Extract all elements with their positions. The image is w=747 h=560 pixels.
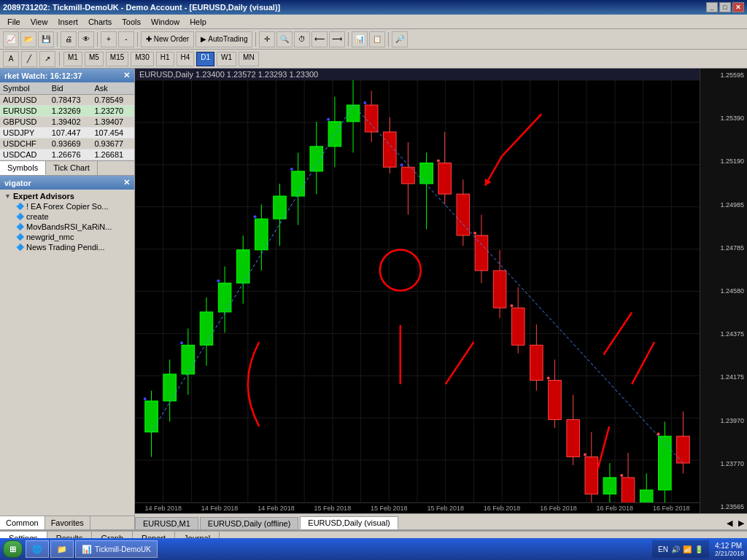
search-button[interactable]: 🔎 xyxy=(392,31,408,47)
save-button[interactable]: 💾 xyxy=(38,31,54,47)
mw-ask: 0.78549 xyxy=(91,95,134,106)
market-watch-row[interactable]: USDJPY 107.447 107.454 xyxy=(0,128,134,139)
tree-ea-label-3: MovBandsRSI_KaRiN... xyxy=(26,222,112,231)
title-bar: 20897312​02: Tickmill-DemoUK - Demo Acco… xyxy=(0,0,747,15)
zoom-button[interactable]: 🔍 xyxy=(276,31,293,47)
chart-tab-daily-offline[interactable]: EURUSD,Daily (offline) xyxy=(200,517,299,529)
arrow-tool[interactable]: ↗ xyxy=(39,51,55,67)
menu-view[interactable]: View xyxy=(26,16,53,28)
menu-bar: File View Insert Charts Tools Window Hel… xyxy=(0,15,747,29)
navigator-close[interactable]: ✕ xyxy=(123,178,130,187)
sep5 xyxy=(348,32,349,47)
sep4 xyxy=(255,32,256,47)
chart-with-scale: EURUSD,Daily 1.23400 1.23572 1.23293 1.2… xyxy=(135,69,747,513)
market-watch-row[interactable]: USDCHF 0.93669 0.93677 xyxy=(0,139,134,149)
chart-scroll-button[interactable]: ⟵ xyxy=(311,31,328,47)
price-5: 1.24785 xyxy=(702,244,746,252)
templates-button[interactable]: 📋 xyxy=(369,31,385,47)
crosshair-button[interactable]: ✛ xyxy=(259,31,275,47)
menu-insert[interactable]: Insert xyxy=(53,16,82,28)
zoom-in-button[interactable]: + xyxy=(101,31,117,47)
chart-shift-button[interactable]: ⟶ xyxy=(329,31,345,47)
tab-tick-chart[interactable]: Tick Chart xyxy=(46,161,98,175)
menu-charts[interactable]: Charts xyxy=(84,16,116,28)
mw-ask: 1.26681 xyxy=(91,149,134,160)
minimize-button[interactable]: _ xyxy=(706,2,718,12)
tf-w1[interactable]: W1 xyxy=(217,52,236,66)
print-button[interactable]: 🖨 xyxy=(61,31,77,47)
tree-ea-5[interactable]: 🔷 News Trading Pendi... xyxy=(1,242,133,252)
market-watch-row[interactable]: GBPUSD 1.39402 1.39407 xyxy=(0,117,134,128)
taskbar-ie-button[interactable]: 🌐 xyxy=(26,540,49,558)
tree-ea-4[interactable]: 🔷 newgrid_nmc xyxy=(1,232,133,242)
open-button[interactable]: 📂 xyxy=(20,31,36,47)
taskbar-mt4-button[interactable]: 📊 Tickmill-DemoUK xyxy=(75,540,158,558)
new-order-button[interactable]: ✚ New Order xyxy=(141,31,194,47)
ea-icon-1: 🔷 xyxy=(16,203,24,210)
tree-ea-3[interactable]: 🔷 MovBandsRSI_KaRiN... xyxy=(1,222,133,232)
menu-file[interactable]: File xyxy=(3,16,25,28)
sep7 xyxy=(59,52,60,66)
tf-m15[interactable]: M15 xyxy=(106,52,128,66)
price-11: 1.23565 xyxy=(702,503,746,510)
indicators-button[interactable]: 📊 xyxy=(352,31,368,47)
start-menu-button[interactable]: ⊞ xyxy=(3,540,23,558)
tab-symbols[interactable]: Symbols xyxy=(0,161,46,175)
period-button[interactable]: ⏱ xyxy=(294,31,310,47)
taskbar-right: EN 🔊 📶 🔋 4:12 PM 2/21/2018 xyxy=(652,540,744,558)
mw-bid: 0.93669 xyxy=(49,139,92,149)
tree-ea-1[interactable]: 🔷 ! EA Forex Copier So... xyxy=(1,201,133,211)
col-symbol: Symbol xyxy=(0,82,49,95)
tf-m1[interactable]: M1 xyxy=(63,52,82,66)
right-panel-wrapper: EURUSD,Daily 1.23400 1.23572 1.23293 1.2… xyxy=(135,69,747,529)
folder-icon: ▼ xyxy=(4,192,11,200)
tab-common[interactable]: Common xyxy=(0,516,45,529)
cursor-tool[interactable]: A xyxy=(3,51,19,67)
col-bid: Bid xyxy=(49,82,92,95)
market-watch-row[interactable]: EURUSD 1.23269 1.23270 xyxy=(0,106,134,117)
tf-d1[interactable]: D1 xyxy=(196,52,214,66)
tab-favorites[interactable]: Favorites xyxy=(45,516,90,529)
volume-icon: 🔊 xyxy=(671,545,680,553)
menu-help[interactable]: Help xyxy=(185,16,211,28)
menu-window[interactable]: Window xyxy=(147,16,184,28)
chart-tab-nav-right[interactable]: ▶ xyxy=(735,517,747,529)
toolbar-drawing: A ╱ ↗ M1 M5 M15 M30 H1 H4 D1 W1 MN xyxy=(0,50,747,69)
mw-symbol: USDCHF xyxy=(0,139,49,149)
new-chart-button[interactable]: 📈 xyxy=(3,31,19,47)
mw-symbol: AUDUSD xyxy=(0,95,49,106)
title-bar-controls[interactable]: _ □ ✕ xyxy=(706,2,744,12)
left-panel: rket Watch: 16:12:37 ✕ Symbol Bid Ask AU… xyxy=(0,69,135,529)
tf-h4[interactable]: H4 xyxy=(177,52,195,66)
market-watch-row[interactable]: AUDUSD 0.78473 0.78549 xyxy=(0,95,134,106)
zoom-out-button[interactable]: - xyxy=(118,31,134,47)
chart-area[interactable]: EURUSD,Daily 1.23400 1.23572 1.23293 1.2… xyxy=(135,69,700,513)
tf-mn[interactable]: MN xyxy=(239,52,259,66)
close-button[interactable]: ✕ xyxy=(732,2,744,12)
maximize-button[interactable]: □ xyxy=(719,2,731,12)
chart-canvas-area[interactable] xyxy=(135,80,700,502)
chart-tab-nav-left[interactable]: ◀ xyxy=(724,517,735,529)
price-2: 1.25390 xyxy=(702,114,746,122)
mw-symbol: EURUSD xyxy=(0,106,49,117)
clock: 4:12 PM 2/21/2018 xyxy=(715,542,744,557)
candlestick-chart[interactable] xyxy=(135,80,700,502)
market-watch-row[interactable]: USDCAD 1.26676 1.26681 xyxy=(0,149,134,160)
line-tool[interactable]: ╱ xyxy=(21,51,37,67)
tf-m5[interactable]: M5 xyxy=(85,52,104,66)
chart-tab-daily-visual[interactable]: EURUSD,Daily (visual) xyxy=(300,516,398,529)
price-4: 1.24985 xyxy=(702,201,746,209)
taskbar-explorer-button[interactable]: 📁 xyxy=(50,540,74,558)
chart-tab-m1[interactable]: EURUSD,M1 xyxy=(135,517,198,529)
tf-m30[interactable]: M30 xyxy=(131,52,153,66)
tf-h1[interactable]: H1 xyxy=(156,52,174,66)
price-6: 1.24580 xyxy=(702,287,746,295)
tree-expert-advisors[interactable]: ▼ Expert Advisors xyxy=(1,191,133,201)
ea-icon-4: 🔷 xyxy=(16,233,24,241)
autotrading-button[interactable]: ▶ AutoTrading xyxy=(196,31,252,47)
tree-ea-2[interactable]: 🔷 create xyxy=(1,211,133,222)
menu-tools[interactable]: Tools xyxy=(117,16,145,28)
folder-icon-taskbar: 📁 xyxy=(57,545,67,554)
market-watch-close[interactable]: ✕ xyxy=(123,71,130,80)
print-preview-button[interactable]: 👁 xyxy=(78,31,94,47)
